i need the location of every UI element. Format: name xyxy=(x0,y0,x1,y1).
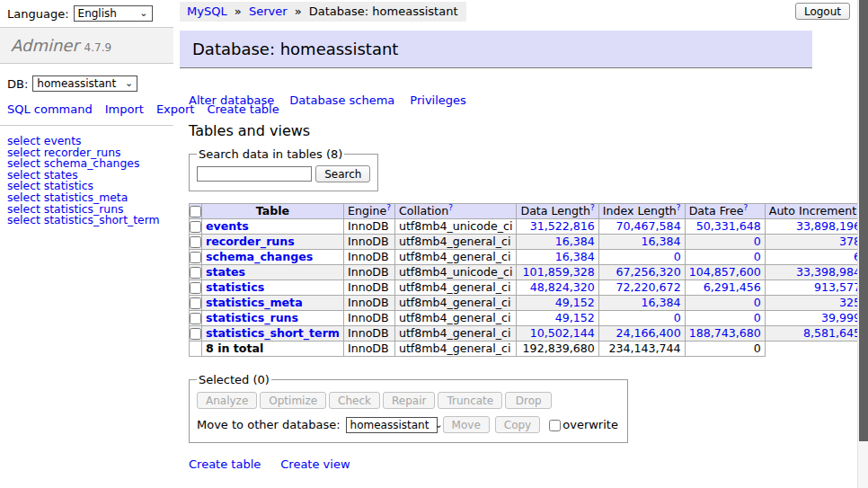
total-data-length-cell: 192,839,680 xyxy=(517,342,598,357)
help-link[interactable]: ? xyxy=(677,204,681,212)
row-checkbox[interactable] xyxy=(190,313,201,324)
alter-database-link[interactable]: Alter database xyxy=(189,93,274,107)
data-length-link[interactable]: 101,859,328 xyxy=(523,265,595,279)
truncate-button[interactable]: Truncate xyxy=(438,392,502,409)
row-checkbox[interactable] xyxy=(190,267,201,279)
create-view-link[interactable]: Create view xyxy=(280,457,350,471)
sidebar-item-select-statistics-short-term[interactable]: select statistics_short_term xyxy=(7,215,173,226)
data-length-link[interactable]: 31,522,816 xyxy=(530,219,595,233)
move-button[interactable]: Move xyxy=(443,416,490,433)
adminer-version: 4.7.9 xyxy=(84,41,112,54)
row-checkbox[interactable] xyxy=(190,328,201,340)
data-free-link[interactable]: 50,331,648 xyxy=(696,219,761,233)
data-free-link[interactable]: 0 xyxy=(754,235,761,248)
data-free-link[interactable]: 104,857,600 xyxy=(689,265,761,279)
create-table-link-bottom[interactable]: Create table xyxy=(189,457,261,471)
sql-command-link[interactable]: SQL command xyxy=(7,102,93,116)
data-length-cell: 49,152 xyxy=(517,296,598,311)
auto-increment-link[interactable]: 913,577 xyxy=(814,280,861,294)
total-data-free-cell: 0 xyxy=(685,342,765,357)
table-name-link[interactable]: statistics xyxy=(206,280,264,294)
data-length-link[interactable]: 49,152 xyxy=(555,296,595,309)
database-schema-link[interactable]: Database schema xyxy=(289,93,394,107)
help-link[interactable]: ? xyxy=(448,204,453,212)
table-name-link[interactable]: statistics_runs xyxy=(206,311,298,324)
db-select[interactable]: homeassistant ⌄ xyxy=(32,75,137,92)
index-length-cell: 0 xyxy=(598,250,685,265)
engine-cell: InnoDB xyxy=(343,250,394,265)
data-free-link[interactable]: 0 xyxy=(754,296,761,309)
breadcrumb-mysql-link[interactable]: MySQL xyxy=(187,4,227,18)
table-name-link[interactable]: states xyxy=(206,265,245,279)
table-name-cell: statistics_short_term xyxy=(202,326,344,342)
move-db-select[interactable]: homeassistant ⌄ xyxy=(346,417,438,433)
index-length-link[interactable]: 16,384 xyxy=(642,235,681,248)
row-select-cell xyxy=(190,326,202,342)
select-all-checkbox[interactable] xyxy=(190,206,201,217)
optimize-button[interactable]: Optimize xyxy=(260,392,326,409)
page-scrollbar[interactable] xyxy=(857,0,868,488)
repair-button[interactable]: Repair xyxy=(383,392,435,409)
scrollbar-thumb[interactable] xyxy=(859,0,868,441)
copy-button[interactable]: Copy xyxy=(495,416,540,433)
table-name-link[interactable]: recorder_runs xyxy=(206,235,295,248)
selected-fieldset: Selected (0) AnalyzeOptimizeCheckRepairT… xyxy=(189,373,628,443)
help-link[interactable]: ? xyxy=(386,204,391,212)
total-index-length-cell: 234,143,744 xyxy=(598,342,685,357)
auto-increment-link[interactable]: 39,999 xyxy=(821,311,861,324)
auto-increment-link[interactable]: 8,581,645 xyxy=(803,326,861,340)
index-length-link[interactable]: 70,467,584 xyxy=(616,219,681,233)
table-name-link[interactable]: statistics_meta xyxy=(206,296,303,309)
breadcrumb-server-link[interactable]: Server xyxy=(249,4,288,18)
index-length-link[interactable]: 0 xyxy=(674,250,681,263)
search-input[interactable] xyxy=(197,166,312,182)
row-checkbox[interactable] xyxy=(190,297,201,309)
table-name-link[interactable]: events xyxy=(206,219,249,233)
data-length-link[interactable]: 10,502,144 xyxy=(530,326,595,340)
data-free-link[interactable]: 6,291,456 xyxy=(704,280,761,294)
data-free-cell: 6,291,456 xyxy=(685,280,765,296)
data-length-link[interactable]: 16,384 xyxy=(555,235,595,248)
table-name-link[interactable]: statistics_short_term xyxy=(206,326,340,340)
data-length-link[interactable]: 48,824,320 xyxy=(530,280,595,294)
data-free-link[interactable]: 188,743,680 xyxy=(689,326,761,340)
auto-increment-link[interactable]: 33,398,984 xyxy=(796,265,861,279)
table-name-link[interactable]: schema_changes xyxy=(206,250,313,263)
index-length-link[interactable]: 24,166,400 xyxy=(616,326,681,340)
index-length-link[interactable]: 72,220,672 xyxy=(616,280,681,294)
auto-increment-link[interactable]: 33,898,196 xyxy=(796,219,861,233)
column-header-index-length: Index Length? xyxy=(598,204,685,219)
privileges-link[interactable]: Privileges xyxy=(410,93,466,107)
row-checkbox[interactable] xyxy=(190,282,201,294)
logout-button[interactable]: Logout xyxy=(795,3,850,20)
data-free-link[interactable]: 0 xyxy=(754,250,761,263)
collation-cell: utf8mb4_general_ci xyxy=(394,296,517,311)
index-length-cell: 72,220,672 xyxy=(598,280,685,296)
row-checkbox[interactable] xyxy=(190,252,201,263)
check-button[interactable]: Check xyxy=(329,392,380,409)
help-link[interactable]: ? xyxy=(590,204,595,212)
data-free-link[interactable]: 0 xyxy=(754,311,761,324)
column-header-auto-increment: Auto Increment? xyxy=(765,204,864,219)
analyze-button[interactable]: Analyze xyxy=(197,392,257,409)
index-length-link[interactable]: 16,384 xyxy=(642,296,681,309)
data-free-cell: 0 xyxy=(685,235,765,250)
overwrite-checkbox[interactable] xyxy=(549,420,561,431)
drop-button[interactable]: Drop xyxy=(505,392,552,409)
index-length-link[interactable]: 0 xyxy=(674,311,681,324)
help-link[interactable]: ? xyxy=(743,204,748,212)
data-length-link[interactable]: 49,152 xyxy=(555,311,595,324)
data-length-link[interactable]: 16,384 xyxy=(555,250,595,263)
row-checkbox[interactable] xyxy=(190,221,201,233)
import-link[interactable]: Import xyxy=(105,102,144,116)
search-button[interactable]: Search xyxy=(315,165,370,182)
index-length-link[interactable]: 67,256,320 xyxy=(616,265,681,279)
auto-increment-cell: 39,999 xyxy=(765,311,864,326)
language-select[interactable]: English ⌄ xyxy=(74,5,153,22)
engine-cell: InnoDB xyxy=(343,296,394,311)
row-checkbox[interactable] xyxy=(190,236,201,248)
breadcrumb: MySQL » Server » Database: homeassistant xyxy=(180,2,466,22)
table-row: eventsInnoDButf8mb4_unicode_ci31,522,816… xyxy=(190,219,868,235)
index-length-cell: 0 xyxy=(598,311,685,326)
column-header-table: Table xyxy=(202,204,344,219)
